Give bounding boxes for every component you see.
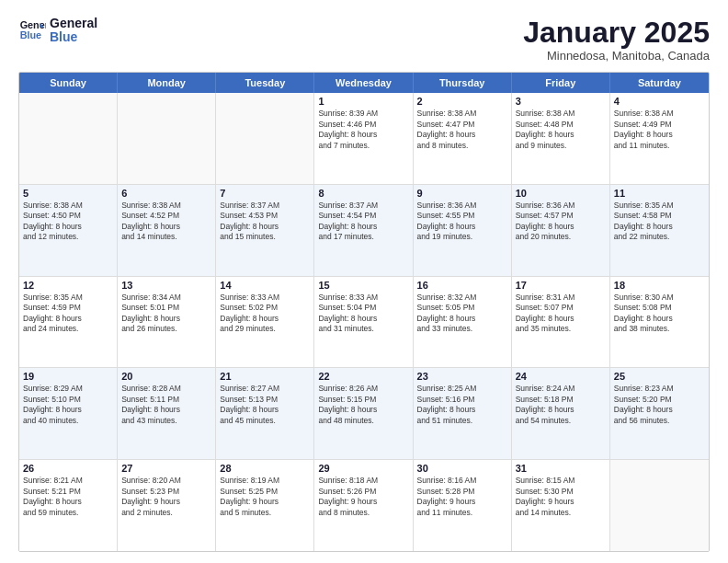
- weekday-header-thursday: Thursday: [414, 73, 512, 93]
- day-info: Sunrise: 8:19 AM Sunset: 5:25 PM Dayligh…: [220, 476, 310, 518]
- calendar-day-24: 24Sunrise: 8:24 AM Sunset: 5:18 PM Dayli…: [512, 368, 610, 459]
- day-info: Sunrise: 8:16 AM Sunset: 5:28 PM Dayligh…: [417, 476, 507, 518]
- calendar-day-empty: [216, 93, 314, 184]
- day-number: 15: [318, 280, 408, 291]
- calendar-day-22: 22Sunrise: 8:26 AM Sunset: 5:15 PM Dayli…: [314, 368, 413, 459]
- day-number: 12: [23, 280, 113, 291]
- day-number: 22: [318, 371, 408, 382]
- calendar-day-30: 30Sunrise: 8:16 AM Sunset: 5:28 PM Dayli…: [414, 460, 512, 551]
- day-info: Sunrise: 8:38 AM Sunset: 4:52 PM Dayligh…: [121, 201, 211, 243]
- day-number: 31: [516, 463, 606, 474]
- day-info: Sunrise: 8:38 AM Sunset: 4:49 PM Dayligh…: [614, 109, 705, 151]
- day-info: Sunrise: 8:36 AM Sunset: 4:55 PM Dayligh…: [417, 201, 507, 243]
- logo: General Blue General Blue: [18, 17, 97, 45]
- day-info: Sunrise: 8:21 AM Sunset: 5:21 PM Dayligh…: [23, 476, 113, 518]
- day-info: Sunrise: 8:26 AM Sunset: 5:15 PM Dayligh…: [318, 384, 408, 426]
- day-info: Sunrise: 8:33 AM Sunset: 5:04 PM Dayligh…: [318, 293, 408, 335]
- weekday-header-tuesday: Tuesday: [216, 73, 314, 93]
- location-subtitle: Minnedosa, Manitoba, Canada: [523, 49, 710, 63]
- weekday-header-wednesday: Wednesday: [314, 73, 413, 93]
- day-number: 5: [23, 188, 113, 199]
- day-info: Sunrise: 8:31 AM Sunset: 5:07 PM Dayligh…: [516, 293, 606, 335]
- day-number: 10: [516, 188, 606, 199]
- calendar-day-13: 13Sunrise: 8:34 AM Sunset: 5:01 PM Dayli…: [118, 277, 216, 368]
- day-info: Sunrise: 8:15 AM Sunset: 5:30 PM Dayligh…: [516, 476, 606, 518]
- day-info: Sunrise: 8:34 AM Sunset: 5:01 PM Dayligh…: [121, 293, 211, 335]
- day-number: 7: [220, 188, 310, 199]
- day-number: 27: [121, 463, 211, 474]
- calendar-week-2: 5Sunrise: 8:38 AM Sunset: 4:50 PM Daylig…: [19, 185, 709, 277]
- day-number: 8: [318, 188, 408, 199]
- day-number: 17: [516, 280, 606, 291]
- day-number: 25: [614, 371, 705, 382]
- day-info: Sunrise: 8:33 AM Sunset: 5:02 PM Dayligh…: [220, 293, 310, 335]
- page: General Blue General Blue January 2025 M…: [0, 0, 728, 563]
- day-info: Sunrise: 8:23 AM Sunset: 5:20 PM Dayligh…: [614, 384, 705, 426]
- day-number: 23: [417, 371, 507, 382]
- calendar-day-2: 2Sunrise: 8:38 AM Sunset: 4:47 PM Daylig…: [414, 93, 512, 184]
- day-info: Sunrise: 8:20 AM Sunset: 5:23 PM Dayligh…: [121, 476, 211, 518]
- calendar-day-31: 31Sunrise: 8:15 AM Sunset: 5:30 PM Dayli…: [512, 460, 610, 551]
- calendar-day-10: 10Sunrise: 8:36 AM Sunset: 4:57 PM Dayli…: [512, 185, 610, 276]
- day-info: Sunrise: 8:32 AM Sunset: 5:05 PM Dayligh…: [417, 293, 507, 335]
- calendar-day-28: 28Sunrise: 8:19 AM Sunset: 5:25 PM Dayli…: [216, 460, 314, 551]
- day-info: Sunrise: 8:38 AM Sunset: 4:50 PM Dayligh…: [23, 201, 113, 243]
- calendar: SundayMondayTuesdayWednesdayThursdayFrid…: [18, 72, 710, 552]
- calendar-day-empty: [118, 93, 216, 184]
- calendar-day-27: 27Sunrise: 8:20 AM Sunset: 5:23 PM Dayli…: [118, 460, 216, 551]
- day-number: 30: [417, 463, 507, 474]
- day-number: 18: [614, 280, 705, 291]
- day-info: Sunrise: 8:35 AM Sunset: 4:58 PM Dayligh…: [614, 201, 705, 243]
- day-info: Sunrise: 8:18 AM Sunset: 5:26 PM Dayligh…: [318, 476, 408, 518]
- calendar-week-3: 12Sunrise: 8:35 AM Sunset: 4:59 PM Dayli…: [19, 277, 709, 369]
- day-number: 14: [220, 280, 310, 291]
- day-number: 16: [417, 280, 507, 291]
- day-number: 2: [417, 96, 507, 107]
- day-number: 4: [614, 96, 705, 107]
- weekday-header-saturday: Saturday: [610, 73, 709, 93]
- weekday-header-monday: Monday: [118, 73, 216, 93]
- calendar-day-empty: [610, 460, 709, 551]
- calendar-day-23: 23Sunrise: 8:25 AM Sunset: 5:16 PM Dayli…: [414, 368, 512, 459]
- calendar-day-21: 21Sunrise: 8:27 AM Sunset: 5:13 PM Dayli…: [216, 368, 314, 459]
- weekday-header-sunday: Sunday: [19, 73, 118, 93]
- calendar-header: SundayMondayTuesdayWednesdayThursdayFrid…: [19, 73, 709, 93]
- weekday-header-friday: Friday: [512, 73, 610, 93]
- calendar-day-16: 16Sunrise: 8:32 AM Sunset: 5:05 PM Dayli…: [414, 277, 512, 368]
- calendar-day-1: 1Sunrise: 8:39 AM Sunset: 4:46 PM Daylig…: [314, 93, 413, 184]
- logo-icon: General Blue: [18, 17, 46, 44]
- day-info: Sunrise: 8:35 AM Sunset: 4:59 PM Dayligh…: [23, 293, 113, 335]
- calendar-day-14: 14Sunrise: 8:33 AM Sunset: 5:02 PM Dayli…: [216, 277, 314, 368]
- calendar-week-1: 1Sunrise: 8:39 AM Sunset: 4:46 PM Daylig…: [19, 93, 709, 185]
- calendar-day-empty: [19, 93, 118, 184]
- logo-line2: Blue: [50, 30, 97, 44]
- calendar-day-5: 5Sunrise: 8:38 AM Sunset: 4:50 PM Daylig…: [19, 185, 118, 276]
- title-block: January 2025 Minnedosa, Manitoba, Canada: [523, 17, 710, 63]
- calendar-day-8: 8Sunrise: 8:37 AM Sunset: 4:54 PM Daylig…: [314, 185, 413, 276]
- calendar-day-29: 29Sunrise: 8:18 AM Sunset: 5:26 PM Dayli…: [314, 460, 413, 551]
- day-info: Sunrise: 8:37 AM Sunset: 4:54 PM Dayligh…: [318, 201, 408, 243]
- day-number: 20: [121, 371, 211, 382]
- day-info: Sunrise: 8:38 AM Sunset: 4:48 PM Dayligh…: [516, 109, 606, 151]
- calendar-day-6: 6Sunrise: 8:38 AM Sunset: 4:52 PM Daylig…: [118, 185, 216, 276]
- day-info: Sunrise: 8:36 AM Sunset: 4:57 PM Dayligh…: [516, 201, 606, 243]
- calendar-day-11: 11Sunrise: 8:35 AM Sunset: 4:58 PM Dayli…: [610, 185, 709, 276]
- calendar-day-4: 4Sunrise: 8:38 AM Sunset: 4:49 PM Daylig…: [610, 93, 709, 184]
- day-number: 21: [220, 371, 310, 382]
- day-info: Sunrise: 8:29 AM Sunset: 5:10 PM Dayligh…: [23, 384, 113, 426]
- calendar-week-4: 19Sunrise: 8:29 AM Sunset: 5:10 PM Dayli…: [19, 368, 709, 460]
- day-number: 11: [614, 188, 705, 199]
- day-info: Sunrise: 8:27 AM Sunset: 5:13 PM Dayligh…: [220, 384, 310, 426]
- day-number: 26: [23, 463, 113, 474]
- day-info: Sunrise: 8:24 AM Sunset: 5:18 PM Dayligh…: [516, 384, 606, 426]
- calendar-day-19: 19Sunrise: 8:29 AM Sunset: 5:10 PM Dayli…: [19, 368, 118, 459]
- svg-text:Blue: Blue: [20, 30, 41, 41]
- day-number: 9: [417, 188, 507, 199]
- day-number: 3: [516, 96, 606, 107]
- calendar-day-18: 18Sunrise: 8:30 AM Sunset: 5:08 PM Dayli…: [610, 277, 709, 368]
- calendar-day-7: 7Sunrise: 8:37 AM Sunset: 4:53 PM Daylig…: [216, 185, 314, 276]
- calendar-day-20: 20Sunrise: 8:28 AM Sunset: 5:11 PM Dayli…: [118, 368, 216, 459]
- day-number: 24: [516, 371, 606, 382]
- day-number: 6: [121, 188, 211, 199]
- day-number: 13: [121, 280, 211, 291]
